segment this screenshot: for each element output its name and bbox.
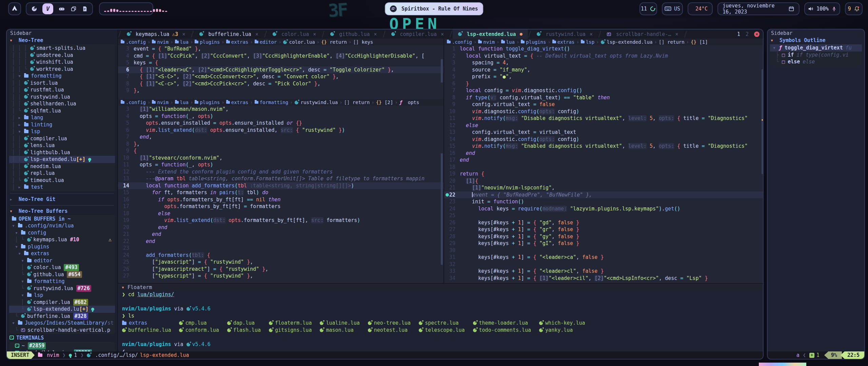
code-line-7[interactable]: 7 local config = vim.diagnostic.config()	[444, 87, 764, 94]
code-line-27[interactable]: 27 ["typescript"] = { "rustywind" },	[118, 272, 443, 280]
tree-item-worktree-lua[interactable]: │ │ └ worktree.lua	[9, 66, 115, 73]
buffer-item-juegos-indies-steamlibrary-[interactable]: ▾ Juegos/Indies/SteamLibrary/st	[9, 320, 115, 327]
code-line-4[interactable]: 4 source = "if_many",	[444, 66, 764, 74]
buffer-item-config[interactable]: ▾ config	[9, 229, 115, 237]
code-line-18[interactable]: 18 else	[118, 210, 443, 217]
scrollbar[interactable]	[762, 69, 764, 174]
launcher-button[interactable]	[8, 2, 21, 15]
module-keyboard-layout[interactable]: US	[662, 2, 683, 15]
code-line-8[interactable]: 8 { [1]"<C-c>", [2]"<cmd>CccPick<cr>", d…	[118, 80, 443, 87]
buffer-item-editor[interactable]: ▾ editor	[9, 257, 115, 264]
buffer-item-keymaps-lua[interactable]: │ └ keymaps.lua#10⚠	[9, 236, 115, 243]
code-line-28[interactable]: 28 keys[#keys + 1] = { "gy", false }	[444, 233, 764, 240]
outline-item-else[interactable]: └ □elseelse	[770, 58, 862, 65]
tree-item-undotree-lua[interactable]: │ │ │ undotree.lua	[9, 52, 115, 59]
code-line-22[interactable]: 22 event = { "BufReadPre", "BufNewFile" …	[444, 191, 764, 199]
tree-item-test[interactable]: │ ▸ test	[9, 184, 115, 191]
tab-close-icon[interactable]: ×	[374, 31, 377, 37]
breadcrumb-segment[interactable]: lua	[501, 39, 515, 45]
code-line-7[interactable]: 7 end,	[118, 134, 443, 141]
breadcrumb-segment[interactable]: extras	[226, 100, 249, 105]
breadcrumb-segment[interactable]: .config	[447, 39, 472, 45]
buffer-item-color-lua[interactable]: │ color.lua#493	[9, 264, 115, 271]
media-player-widget[interactable]: Spiritbox - Rule Of Nines	[385, 2, 483, 15]
neotree-section-header[interactable]: ▾ Neo-Tree	[7, 37, 117, 44]
tree-item-formatting[interactable]: │ ▾ formatting	[9, 73, 115, 80]
neotree-buffers-header[interactable]: ▾ Neo-Tree Buffers	[7, 208, 117, 215]
code-line-24[interactable]: 24 local keys = require(modname: "lazyvi…	[444, 205, 764, 212]
tree-item-winshift-lua[interactable]: │ │ │ winshift.lua	[9, 59, 115, 66]
tree-item-rustywind-lua[interactable]: │ │ rustywind.lua	[9, 94, 115, 101]
breadcrumb-segment[interactable]: {} return	[321, 39, 347, 45]
code-line-10[interactable]: 10 [1]"stevearc/conform.nvim",	[118, 155, 443, 162]
code-line-3[interactable]: 3event = { "BufRead" },	[118, 45, 443, 53]
outline-item-if[interactable]: ├ □ifif type(config.vi	[770, 52, 862, 59]
tab-github-lua[interactable]: github.lua×	[325, 29, 382, 39]
code-line-27[interactable]: 27 keys[#keys + 1] = { "gr", false }	[444, 226, 764, 233]
outline-header[interactable]: ▾ Symbols Outline	[768, 37, 864, 44]
tree-item-lightbulb-lua[interactable]: │ │ lightbulb.lua	[9, 149, 115, 156]
tree-item-smart-splits-lua[interactable]: │ │ │ smart-splits.lua	[9, 45, 115, 52]
breadcrumb-segment[interactable]: lsp	[581, 39, 594, 45]
tree-item-shellharden-lua[interactable]: │ │ shellharden.lua	[9, 100, 115, 107]
tree-item-rustfmt-lua[interactable]: │ │ rustfmt.lua	[9, 86, 115, 94]
code-line-26[interactable]: 26 ["javascriptreact"] = { "rustywind" }…	[118, 266, 443, 273]
breadcrumb-segment[interactable]: nvim	[478, 39, 495, 45]
code-line-14[interactable]: 14 local function add_formatters(tbl :ta…	[118, 182, 443, 189]
code-line-19[interactable]: 19return {	[444, 170, 764, 178]
breadcrumb-segment[interactable]: [] return	[344, 100, 370, 105]
code-line-9[interactable]: 9{	[118, 147, 443, 155]
app-neovim-icon[interactable]: V	[42, 3, 53, 14]
breadcrumb-segment[interactable]: lsp-extended.lua	[601, 39, 653, 45]
buffer-item-github-lua[interactable]: └ github.lua#654	[9, 271, 115, 278]
code-line-15[interactable]: 15 vim.notify(msg: "Enabled diagnostics …	[444, 143, 764, 150]
file-name[interactable]: lsp-extended.lua	[140, 352, 189, 358]
buffer-item-extras[interactable]: ▾ extras	[9, 250, 115, 257]
code-line-2[interactable]: 2 local virtual_text = { -- Default virt…	[444, 53, 764, 60]
code-line-13[interactable]: 13 ---@param tbl table<string, conform.F…	[118, 175, 443, 182]
code-line-16[interactable]: 16 if opts.formatters_by_ft[ft] == nil t…	[118, 196, 443, 203]
breadcrumb-segment[interactable]: nvim	[152, 39, 169, 45]
breadcrumb-segment[interactable]: extras	[226, 39, 249, 45]
code-line-21[interactable]: 21 [1]"neovim/nvim-lspconfig",	[444, 184, 764, 191]
code-line-23[interactable]: 23	[118, 245, 443, 252]
tree-item-lsp-extended-lu[interactable]: │ │ lsp-extended.lu[+]	[9, 156, 115, 163]
breadcrumb-segment[interactable]: editor	[255, 39, 277, 45]
breadcrumb-segment[interactable]: formatting	[255, 100, 288, 105]
tree-item-neodim-lua[interactable]: │ │ neodim.lua	[9, 163, 115, 170]
code-line-11[interactable]: 11 opts = function(_, opts)	[118, 161, 443, 168]
code-line-16[interactable]: 16 end	[444, 150, 764, 157]
tab-color-lua[interactable]: color.lua×	[267, 29, 321, 39]
tab-bufferline-lua[interactable]: bufferline.lua×	[194, 29, 263, 39]
buffer-item-bufferline-lua[interactable]: └ bufferline.lua#328	[9, 313, 115, 320]
breadcrumb-segment[interactable]: .config	[121, 39, 146, 45]
code-line-24[interactable]: 24 add_formatters(tbl: {	[118, 252, 443, 259]
code-line-18[interactable]: 18	[444, 164, 764, 171]
code-line-26[interactable]: 26 keys[#keys + 1] = { "gd", false }	[444, 219, 764, 226]
code-line-11[interactable]: 11 vim.notify(msg: "Disable diagnostics …	[444, 115, 764, 122]
breadcrumb-segment[interactable]: nvim	[152, 100, 169, 105]
buffer-item-scrollbar-handle-vertical-p[interactable]: └ scrollbar-handle-vertical.p	[9, 327, 115, 334]
module-volume[interactable]: 100%	[804, 2, 840, 15]
code-line-8[interactable]: 8 if type(v: config.virtual_text) == "ta…	[444, 94, 764, 101]
code-line-9[interactable]: 9 config.virtual_text = false	[444, 101, 764, 108]
code-line-8[interactable]: 8},	[118, 141, 443, 148]
tree-item-isort-lua[interactable]: │ │ isort.lua	[9, 80, 115, 87]
tree-item-lang[interactable]: │ ▸ lang	[9, 114, 115, 121]
code-line-5[interactable]: 5 prefix = "●",	[444, 73, 764, 80]
code-line-1[interactable]: 1local function toggle_diag_virtext()	[444, 45, 764, 53]
tree-item-sqlfmt-lua[interactable]: │ └ sqlfmt.lua	[9, 107, 115, 115]
tree-item-repl-lua[interactable]: │ │ repl.lua	[9, 170, 115, 177]
code-line-34[interactable]: 34 keys[#keys + 1] = { [1]"<leader>cil",…	[444, 275, 764, 282]
breadcrumb-segment[interactable]: plugins	[195, 100, 220, 105]
module-date[interactable]: jueves, noviembre 16, 2023	[717, 2, 800, 15]
neotree-git-header[interactable]: ▸ Neo-Tree Git	[7, 196, 117, 203]
code-line-14[interactable]: 14 vim.diagnostic.config(opts: config)	[444, 136, 764, 143]
breadcrumb-segment[interactable]: plugins	[195, 39, 220, 45]
code-line-7[interactable]: 7 { [1]"<S-C>", [2]"<cmd>CccConvert<cr>"…	[118, 73, 443, 80]
terminals-header[interactable]: TERMINALS	[7, 334, 117, 342]
code-line-9[interactable]: 9},	[118, 87, 443, 94]
scrollbar[interactable]	[441, 59, 443, 83]
code-line-5[interactable]: 5keys = {	[118, 59, 443, 66]
app-windows-icon[interactable]	[70, 5, 77, 12]
